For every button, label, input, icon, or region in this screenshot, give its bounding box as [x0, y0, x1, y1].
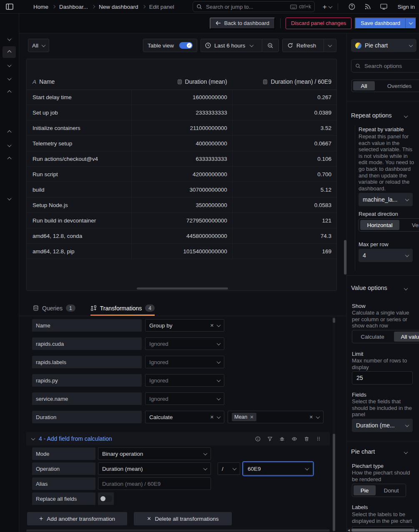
aggregation-multiselect[interactable]: Mean✕✕ [228, 411, 324, 423]
time-range-picker[interactable]: Last 6 hours [201, 39, 262, 52]
rail-item[interactable] [3, 60, 16, 71]
add-transformation-button[interactable]: + Add another transformation [27, 512, 127, 525]
breadcrumb-separator-icon [52, 5, 55, 8]
new-menu-button[interactable]: + [323, 3, 332, 10]
field-transform-select[interactable]: Ignored [145, 392, 224, 405]
table-cell: Set up job [27, 105, 131, 120]
scrollbar-thumb[interactable] [333, 434, 335, 531]
global-search[interactable]: ctrl+k [193, 1, 315, 12]
direction-horizontal[interactable]: Horizontal [360, 220, 399, 230]
rail-item[interactable] [3, 153, 16, 165]
right-operand-select[interactable]: 60E9 [243, 462, 313, 475]
options-search[interactable] [351, 59, 419, 72]
repeat-options-header[interactable]: Repeat options [351, 112, 419, 121]
breadcrumb-item[interactable]: Home [33, 4, 48, 10]
back-to-dashboard-button[interactable]: Back to dashboard [210, 17, 275, 29]
limit-input[interactable] [352, 371, 413, 385]
options-horizontal-scrollbar[interactable]: ◀ ▶ [347, 528, 419, 532]
show-label: Show [352, 303, 366, 309]
column-header[interactable]: Duration (mean) / 60E9 [232, 74, 336, 90]
replace-all-fields-toggle[interactable] [100, 495, 112, 502]
clear-icon[interactable]: ✕ [309, 415, 313, 420]
operator-select[interactable]: / [218, 462, 240, 475]
breadcrumb-item[interactable]: New dashboard [99, 4, 138, 10]
sign-in-link[interactable]: Sign in [398, 4, 415, 10]
rail-item[interactable] [3, 46, 16, 58]
show-all-values[interactable]: All values [394, 332, 419, 342]
editor-tabs: Queries 1 Transformations 4 [19, 300, 346, 316]
drag-handle-icon[interactable] [316, 436, 321, 442]
replace-all-fields-label: Replace all fields [32, 492, 95, 505]
breadcrumb-item[interactable]: Edit panel [149, 4, 174, 10]
remove-tag-icon[interactable]: ✕ [250, 415, 253, 420]
table-horizontal-scrollbar[interactable] [137, 287, 228, 290]
variable-dropdown[interactable]: All [28, 39, 49, 52]
table-row: Initialize containers2110000000003.52 [27, 120, 336, 136]
rail-item[interactable] [3, 33, 16, 45]
sidebar-toggle-icon[interactable] [6, 3, 14, 10]
transformation-title[interactable]: 4 - Add field from calculation [39, 435, 112, 442]
scrollbar-thumb[interactable] [333, 318, 335, 323]
zoom-out-icon [267, 42, 273, 49]
type-pie[interactable]: Pie [354, 485, 376, 495]
table-row: Run script420000000000.700 [27, 167, 336, 182]
filter-icon[interactable] [267, 436, 273, 442]
save-options-caret[interactable] [405, 18, 416, 28]
value-options-header[interactable]: Value options [351, 285, 419, 294]
refresh-interval-caret[interactable] [324, 39, 336, 52]
time-picker-group: Last 6 hours [201, 39, 279, 52]
tab-transformations[interactable]: Transformations 4 [90, 300, 155, 316]
help-icon[interactable] [349, 3, 355, 10]
column-header[interactable]: Duration (mean) [131, 74, 232, 90]
field-name-label: rapids.labels [32, 356, 142, 368]
save-dashboard-button[interactable]: Save dashboard [355, 17, 416, 29]
info-icon[interactable] [255, 436, 261, 442]
repeat-variable-select[interactable]: machine_la... [359, 193, 413, 206]
field-transform-select[interactable]: Ignored [145, 374, 224, 387]
options-search-input[interactable] [364, 62, 419, 70]
search-input[interactable] [205, 3, 287, 10]
field-transform-select[interactable]: Ignored [145, 356, 224, 368]
zoom-out-button[interactable] [262, 39, 278, 52]
type-donut[interactable]: Donut [377, 484, 406, 497]
scrollbar-thumb[interactable] [351, 529, 415, 532]
rail-item[interactable] [3, 140, 16, 151]
monitor-icon[interactable] [380, 3, 387, 10]
discard-panel-changes-button[interactable]: Discard panel changes [286, 17, 351, 29]
fields-select[interactable]: Duration (me... [352, 419, 413, 432]
delete-all-transformations-button[interactable]: ✕ Delete all transformations [134, 512, 232, 525]
refresh-button[interactable]: Refresh [283, 39, 324, 52]
tab-all[interactable]: All [353, 81, 375, 90]
show-calculate[interactable]: Calculate [352, 330, 393, 343]
transformations-horizontal-scrollbar[interactable] [26, 530, 330, 532]
breadcrumb-item[interactable]: Dashboar... [59, 4, 88, 10]
eye-icon[interactable] [291, 436, 297, 442]
clear-icon[interactable]: ✕ [210, 323, 214, 328]
rail-item[interactable] [3, 86, 16, 98]
scroll-right-arrow[interactable]: ▶ [415, 529, 419, 532]
rail-item[interactable] [3, 126, 16, 138]
table-view-toggle[interactable]: ✓ [179, 42, 193, 49]
transformations-scrollbar-track[interactable] [333, 316, 335, 532]
direction-vertical[interactable]: Vertical [401, 219, 419, 231]
column-header[interactable]: AName [27, 74, 131, 90]
trash-icon[interactable] [304, 436, 309, 442]
visualization-picker[interactable]: Pie chart [351, 39, 416, 52]
tab-queries[interactable]: Queries 1 [33, 300, 75, 316]
left-operand-select[interactable]: Duration (mean) [98, 462, 211, 475]
field-transform-select[interactable]: Calculate✕ [145, 411, 224, 423]
rail-item[interactable] [3, 193, 16, 205]
max-per-row-select[interactable]: 4 [359, 249, 413, 262]
scroll-left-arrow[interactable]: ◀ [347, 529, 351, 532]
bug-icon[interactable] [279, 436, 285, 442]
tab-overrides[interactable]: Overrides [376, 80, 419, 92]
field-transform-select[interactable]: Group by✕ [145, 319, 224, 332]
alias-input[interactable] [98, 477, 211, 490]
clear-icon[interactable]: ✕ [210, 415, 214, 420]
collapse-icon[interactable] [31, 436, 35, 440]
rail-item[interactable] [3, 73, 16, 85]
field-transform-select[interactable]: Ignored [145, 337, 224, 350]
news-rss-icon[interactable] [364, 3, 371, 10]
mode-select[interactable]: Binary operation [98, 447, 211, 460]
pie-chart-options-header[interactable]: Pie chart [351, 448, 419, 457]
